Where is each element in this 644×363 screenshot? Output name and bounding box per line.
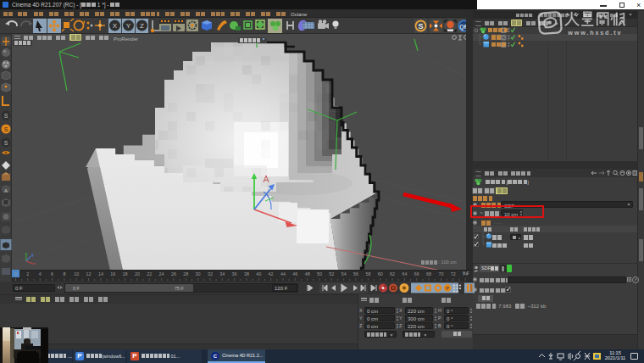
svg-text:50: 50 (317, 271, 322, 276)
svg-text:S: S (418, 22, 423, 31)
svg-text:58: 58 (365, 271, 370, 276)
svg-text:30: 30 (196, 271, 201, 276)
svg-text:A: A (4, 188, 8, 193)
svg-text:24: 24 (159, 271, 164, 276)
svg-text:32: 32 (208, 271, 213, 276)
svg-text:42: 42 (269, 271, 274, 276)
svg-text:18: 18 (123, 271, 128, 276)
svg-text:36: 36 (232, 271, 237, 276)
svg-text:20: 20 (135, 271, 140, 276)
svg-text:22: 22 (147, 271, 152, 276)
svg-text:Y: Y (126, 22, 131, 30)
svg-text:34: 34 (219, 271, 225, 276)
svg-text:72: 72 (451, 271, 456, 276)
svg-text:38: 38 (244, 271, 249, 276)
svg-text:4: 4 (39, 271, 42, 276)
svg-text:46: 46 (292, 271, 297, 276)
svg-text:44: 44 (280, 271, 286, 276)
svg-text:70: 70 (438, 271, 443, 276)
svg-text:www.hxsd.tv: www.hxsd.tv (567, 30, 622, 36)
svg-text:68: 68 (426, 271, 431, 276)
svg-text:54: 54 (341, 271, 347, 276)
svg-text:14: 14 (98, 271, 103, 276)
svg-text:28: 28 (183, 271, 188, 276)
svg-text:26: 26 (171, 271, 176, 276)
svg-text:S: S (4, 140, 8, 146)
svg-text:62: 62 (390, 271, 395, 276)
svg-text:8: 8 (63, 271, 65, 276)
svg-text:12: 12 (86, 271, 92, 276)
svg-text:56: 56 (353, 271, 358, 276)
svg-text:64: 64 (402, 271, 407, 276)
svg-text:S: S (4, 113, 8, 119)
svg-text:40: 40 (256, 271, 261, 276)
svg-text:2: 2 (26, 271, 29, 276)
svg-text:66: 66 (414, 271, 419, 276)
svg-text:48: 48 (305, 271, 310, 276)
svg-text:16: 16 (110, 271, 115, 276)
svg-text:60: 60 (378, 271, 383, 276)
svg-text:Z: Z (140, 22, 144, 30)
svg-text:52: 52 (329, 271, 334, 276)
svg-text:0: 0 (14, 271, 17, 276)
svg-text:P: P (446, 286, 449, 291)
svg-text:S: S (4, 126, 8, 132)
svg-text:6: 6 (51, 271, 53, 276)
svg-text:X: X (113, 22, 118, 30)
svg-text:10: 10 (74, 271, 79, 276)
